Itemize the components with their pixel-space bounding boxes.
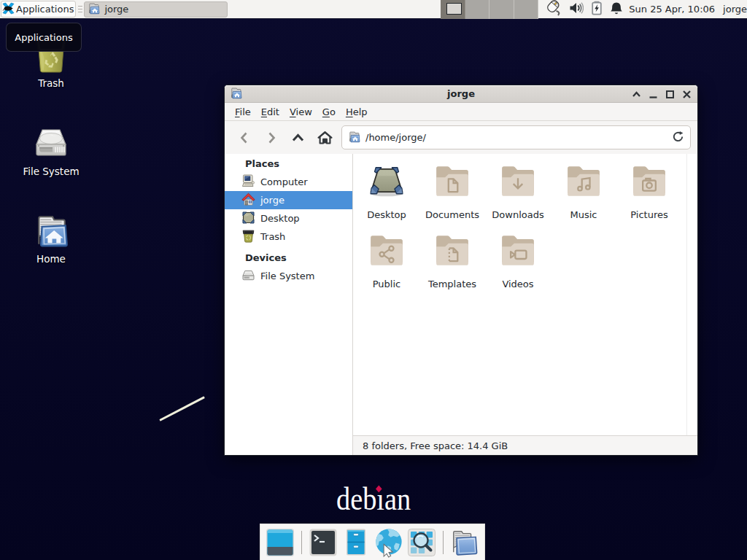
menu-help[interactable]: Help	[341, 106, 373, 117]
location-bar[interactable]: /home/jorge/	[341, 125, 691, 149]
sidebar-item-computer[interactable]: Computer	[225, 173, 352, 191]
back-button[interactable]	[231, 125, 258, 151]
debian-red-diamond	[376, 486, 382, 493]
web-browser-icon[interactable]	[374, 528, 403, 557]
folder-item-desktop[interactable]: Desktop	[354, 155, 419, 225]
system-tray	[546, 0, 623, 18]
scroll-edge	[686, 154, 687, 435]
folder-item-label: Videos	[502, 279, 533, 289]
workspace-2[interactable]	[465, 0, 490, 19]
trash-icon	[241, 229, 255, 245]
desktop-icon-file-system[interactable]: File System	[16, 125, 86, 177]
shade-button[interactable]	[631, 89, 641, 99]
folder-item-label: Public	[373, 279, 400, 289]
brand-text-fragment: deb	[336, 481, 376, 517]
taskbar-window-button[interactable]: jorge	[84, 1, 228, 18]
volume-icon[interactable]	[569, 1, 584, 17]
sidebar: Places Computer jorge Desktop Trash Devi…	[225, 154, 353, 455]
taskbar-window-label: jorge	[104, 4, 128, 15]
workspace-4[interactable]	[514, 0, 539, 19]
folder-item-music[interactable]: Music	[551, 155, 616, 225]
minimize-button[interactable]	[648, 89, 658, 99]
harddrive-icon	[33, 125, 69, 163]
desktop-icon-home[interactable]: Home	[16, 212, 86, 265]
tooltip-text: Applications	[15, 32, 72, 43]
notifications-bell-icon[interactable]	[610, 1, 623, 18]
close-button[interactable]	[681, 89, 692, 99]
folder-item-label: Templates	[428, 279, 476, 289]
folder-item-label: Documents	[425, 209, 479, 220]
desktop-icon	[241, 211, 255, 227]
brand-text-fragment: ı	[376, 481, 384, 517]
panel-clock[interactable]: Sun 25 Apr, 10:06	[629, 4, 715, 15]
desktop-icon-label: Home	[36, 253, 66, 265]
menu-edit[interactable]: Edit	[256, 106, 285, 117]
folder-item-label: Downloads	[492, 209, 543, 220]
harddrive-icon	[241, 268, 255, 284]
desktop-icon-label: File System	[23, 166, 79, 177]
maximize-button[interactable]	[665, 89, 675, 99]
statusbar-text: 8 folders, Free space: 14.4 GiB	[363, 440, 508, 451]
home-icon	[241, 192, 255, 209]
titlebar[interactable]: jorge	[225, 85, 697, 103]
folder-downloads-icon	[500, 163, 536, 201]
sidebar-item-trash[interactable]: Trash	[225, 228, 352, 246]
folder-item-label: Desktop	[367, 209, 406, 220]
battery-charging-icon[interactable]	[590, 1, 603, 18]
statusbar: 8 folders, Free space: 14.4 GiB	[353, 435, 697, 455]
applications-menu-button[interactable]: Applications	[1, 1, 76, 18]
window-title: jorge	[225, 88, 697, 99]
home-folder-icon	[88, 2, 100, 17]
forward-button[interactable]	[258, 125, 285, 151]
menu-go[interactable]: Go	[317, 106, 341, 117]
workspace-1[interactable]	[441, 0, 465, 19]
dock-separator	[301, 531, 302, 554]
brand-text-fragment: an	[384, 481, 411, 517]
folder-view[interactable]: DesktopDocumentsDownloadsMusicPicturesPu…	[353, 154, 697, 435]
folder-videos-icon	[500, 232, 536, 271]
panel-user-menu[interactable]: jorge	[723, 4, 747, 15]
stray-line-artifact	[159, 396, 205, 421]
file-manager-icon[interactable]	[341, 528, 371, 557]
terminal-icon[interactable]	[309, 528, 338, 557]
folder-item-label: Music	[570, 209, 597, 220]
workspace-3[interactable]	[489, 0, 514, 19]
reload-icon[interactable]	[672, 131, 684, 145]
folder-item-templates[interactable]: Templates	[419, 225, 485, 294]
handle-line	[78, 9, 82, 10]
menubar: File Edit View Go Help	[225, 103, 697, 121]
handle-line	[78, 6, 82, 7]
mouse-icon[interactable]	[546, 0, 562, 18]
top-panel: Applications jorge Sun 25 Apr, 10:06 jor…	[0, 0, 747, 19]
desktop-surface-icon	[368, 163, 405, 201]
folder-item-documents[interactable]: Documents	[419, 155, 485, 225]
folder-music-icon	[565, 163, 602, 201]
sidebar-item-file-system[interactable]: File System	[225, 267, 352, 285]
folder-item-pictures[interactable]: Pictures	[616, 155, 682, 225]
workspace-pager[interactable]	[441, 0, 538, 19]
location-path[interactable]: /home/jorge/	[365, 132, 672, 143]
window-body: Places Computer jorge Desktop Trash Devi…	[225, 154, 697, 455]
window-controls	[631, 85, 692, 103]
folder-item-videos[interactable]: Videos	[485, 225, 551, 294]
computer-icon	[241, 174, 255, 190]
menu-file[interactable]: File	[230, 106, 256, 117]
show-desktop-icon[interactable]	[266, 528, 295, 557]
sidebar-item-jorge[interactable]: jorge	[225, 191, 352, 209]
main-column: DesktopDocumentsDownloadsMusicPicturesPu…	[353, 154, 697, 455]
sidebar-item-desktop[interactable]: Desktop	[225, 209, 352, 228]
toolbar: /home/jorge/	[225, 121, 697, 154]
dock-separator	[443, 531, 444, 554]
folder-item-public[interactable]: Public	[354, 225, 419, 294]
directory-menu-icon[interactable]	[450, 528, 479, 557]
applications-menu-label: Applications	[16, 4, 74, 15]
handle-line	[78, 12, 82, 13]
application-finder-icon[interactable]	[407, 528, 436, 557]
menu-view[interactable]: View	[285, 106, 317, 117]
folder-documents-icon	[434, 163, 471, 201]
home-button[interactable]	[311, 125, 338, 151]
applications-tooltip: Applications	[6, 23, 82, 52]
up-button[interactable]	[285, 125, 311, 151]
desktop-icon-label: Trash	[38, 77, 64, 89]
folder-item-downloads[interactable]: Downloads	[485, 155, 551, 225]
